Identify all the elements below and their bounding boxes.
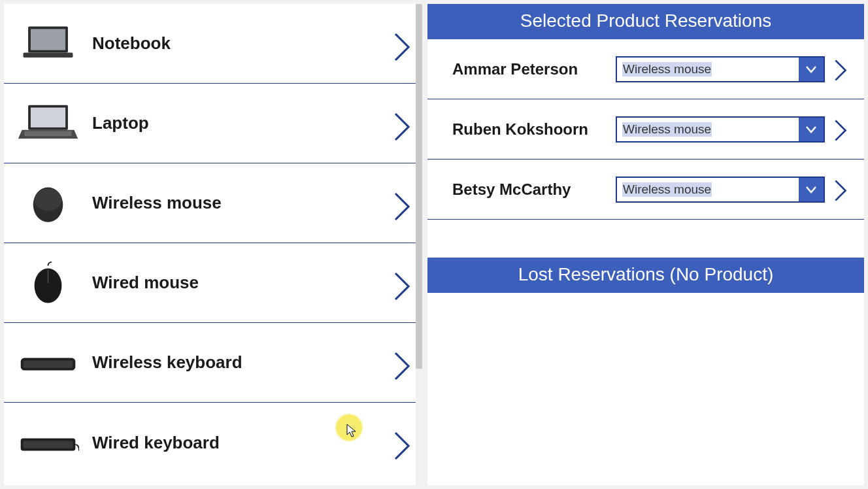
dropdown-selected-value: Wireless mouse: [617, 58, 799, 81]
reservation-person-name: Betsy McCarthy: [452, 180, 616, 199]
reservation-row: Ammar Peterson Wireless mouse: [427, 39, 864, 99]
product-dropdown[interactable]: Wireless mouse: [616, 116, 825, 143]
reservation-row: Ruben Kokshoorn Wireless mouse: [427, 99, 864, 160]
reservation-person-name: Ruben Kokshoorn: [452, 120, 616, 139]
scrollbar-track[interactable]: [416, 4, 422, 485]
chevron-right-icon[interactable]: [833, 118, 850, 141]
svg-rect-1: [31, 29, 65, 50]
chevron-right-icon: [392, 31, 412, 57]
lost-reservations-header: Lost Reservations (No Product): [427, 258, 864, 293]
product-list-panel: Notebook Laptop Wireless mouse: [4, 4, 422, 485]
product-name: Wireless keyboard: [92, 352, 392, 373]
product-name: Wired keyboard: [92, 433, 392, 453]
svg-rect-6: [24, 131, 71, 137]
product-name: Wireless mouse: [92, 193, 392, 213]
chevron-down-icon[interactable]: [799, 118, 824, 141]
dropdown-selected-value: Wireless mouse: [617, 118, 799, 141]
scrollbar-thumb[interactable]: [416, 4, 422, 369]
product-row-notebook[interactable]: Notebook: [4, 4, 422, 84]
svg-rect-4: [31, 108, 65, 127]
reservation-row: Betsy McCarthy Wireless mouse: [427, 160, 864, 220]
keyboard-wired-thumb: [17, 420, 79, 465]
product-row-wired-mouse[interactable]: Wired mouse: [4, 243, 422, 323]
wired-mouse-thumb: [17, 260, 79, 306]
product-name: Notebook: [92, 33, 392, 54]
svg-rect-12: [24, 361, 73, 368]
product-name: Laptop: [92, 113, 392, 133]
chevron-down-icon[interactable]: [799, 58, 824, 81]
selected-reservations-header: Selected Product Reservations: [427, 4, 864, 39]
laptop-thumb: [17, 101, 79, 146]
product-row-wireless-mouse[interactable]: Wireless mouse: [4, 163, 422, 243]
product-dropdown[interactable]: Wireless mouse: [616, 177, 825, 203]
reservations-panel: Selected Product Reservations Ammar Pete…: [427, 4, 864, 485]
product-name: Wired mouse: [92, 273, 392, 293]
svg-rect-14: [24, 441, 73, 448]
svg-rect-2: [24, 53, 73, 58]
chevron-right-icon[interactable]: [833, 58, 850, 81]
svg-point-8: [35, 189, 62, 211]
product-row-wired-keyboard[interactable]: Wired keyboard: [4, 403, 422, 482]
keyboard-thumb: [17, 340, 79, 386]
product-dropdown[interactable]: Wireless mouse: [616, 56, 825, 82]
chevron-right-icon: [392, 430, 412, 456]
product-row-laptop[interactable]: Laptop: [4, 84, 422, 163]
chevron-right-icon: [392, 110, 412, 137]
product-row-wireless-keyboard[interactable]: Wireless keyboard: [4, 323, 422, 403]
notebook-thumb: [17, 21, 79, 67]
chevron-right-icon: [392, 350, 412, 376]
reservation-person-name: Ammar Peterson: [452, 60, 616, 78]
mouse-thumb: [17, 180, 79, 226]
chevron-right-icon[interactable]: [833, 178, 850, 201]
dropdown-selected-value: Wireless mouse: [617, 178, 799, 201]
chevron-down-icon[interactable]: [799, 178, 824, 201]
chevron-right-icon: [392, 190, 412, 216]
chevron-right-icon: [392, 270, 412, 296]
